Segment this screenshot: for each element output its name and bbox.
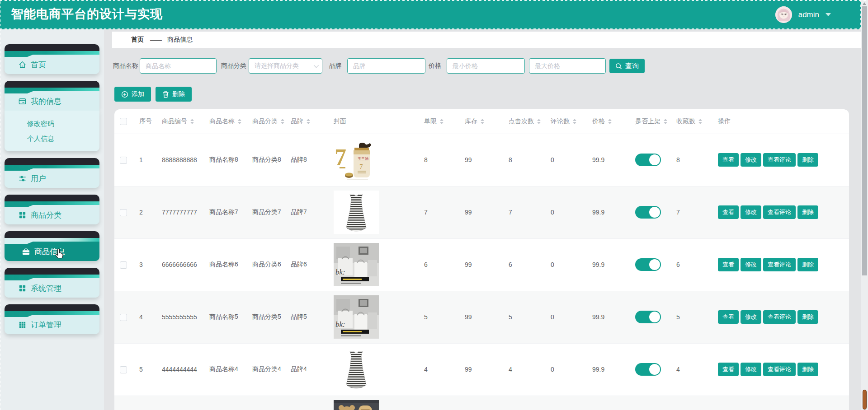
home-icon xyxy=(18,61,27,69)
column-header[interactable]: 商品名称 xyxy=(204,109,247,134)
user-dropdown-caret-icon[interactable] xyxy=(826,13,831,16)
row-checkbox[interactable] xyxy=(120,157,127,164)
row-action-edit[interactable]: 修改 xyxy=(741,153,761,167)
breadcrumb: 首页 —— 商品信息 xyxy=(112,32,861,48)
sidebar-item-order-management[interactable]: 订单管理 xyxy=(5,304,99,334)
sort-icon[interactable] xyxy=(190,119,194,124)
row-action-delete[interactable]: 删除 xyxy=(797,205,818,219)
row-action-view[interactable]: 查看 xyxy=(718,205,739,219)
sidebar-subitem-personal-info[interactable]: 个人信息 xyxy=(5,131,99,146)
scrollbar-up-arrow-icon[interactable] xyxy=(863,2,866,5)
sort-icon[interactable] xyxy=(440,119,443,124)
category-select[interactable]: 请选择商品分类 xyxy=(249,58,322,74)
on-shelf-toggle[interactable] xyxy=(635,363,661,376)
sidebar-item-home[interactable]: 首页 xyxy=(5,44,99,74)
row-checkbox[interactable] xyxy=(120,314,127,321)
product-name-input[interactable] xyxy=(140,58,217,74)
svg-text:7: 7 xyxy=(359,163,363,170)
column-header[interactable]: 品牌 xyxy=(285,109,328,134)
cell-index: 3 xyxy=(134,238,156,291)
row-action-edit[interactable]: 修改 xyxy=(741,363,761,376)
delete-button[interactable]: 删除 xyxy=(156,87,192,102)
column-header[interactable]: 商品编号 xyxy=(156,109,204,134)
column-header[interactable]: 收藏数 xyxy=(671,109,712,134)
on-shelf-toggle[interactable] xyxy=(635,258,661,271)
sort-icon[interactable] xyxy=(573,119,576,124)
vertical-scrollbar[interactable] xyxy=(861,0,868,410)
column-header[interactable]: 点击次数 xyxy=(503,109,545,134)
sort-icon[interactable] xyxy=(481,119,484,124)
sidebar-subitem-change-password[interactable]: 修改密码 xyxy=(5,116,99,131)
sort-icon[interactable] xyxy=(307,119,310,124)
row-action-view-comments[interactable]: 查看评论 xyxy=(763,363,796,376)
breadcrumb-home-link[interactable]: 首页 xyxy=(131,36,144,44)
card-top-bar xyxy=(5,81,99,88)
svg-text:玉兰油: 玉兰油 xyxy=(358,157,368,161)
sort-icon[interactable] xyxy=(664,119,667,124)
table-row: 6查看修改查看评论删除 xyxy=(114,396,849,410)
toggle-knob xyxy=(649,312,660,322)
cell-product-name xyxy=(204,396,247,410)
on-shelf-toggle[interactable] xyxy=(635,311,661,323)
sort-icon[interactable] xyxy=(238,119,241,124)
row-action-view[interactable]: 查看 xyxy=(718,258,739,271)
row-action-view-comments[interactable]: 查看评论 xyxy=(763,258,796,271)
product-cover-image xyxy=(334,191,379,234)
sort-icon[interactable] xyxy=(608,119,612,124)
sidebar-item-system-management[interactable]: 系统管理 xyxy=(5,268,99,298)
price-min-input[interactable] xyxy=(447,58,525,74)
column-header[interactable]: 商品分类 xyxy=(247,109,285,134)
cell-limit: 4 xyxy=(419,343,459,396)
sort-icon[interactable] xyxy=(281,119,284,124)
category-select-placeholder: 请选择商品分类 xyxy=(255,62,299,70)
row-action-delete[interactable]: 删除 xyxy=(797,363,818,376)
cell-product-code xyxy=(156,396,204,410)
select-all-checkbox[interactable] xyxy=(120,118,127,125)
row-checkbox[interactable] xyxy=(120,261,127,269)
search-button[interactable]: 查询 xyxy=(609,59,645,73)
row-action-view[interactable]: 查看 xyxy=(718,310,739,324)
svg-text:bk:: bk: xyxy=(335,268,345,276)
username[interactable]: admin xyxy=(798,10,819,19)
sidebar-item-label: 商品分类 xyxy=(31,210,61,220)
card-top-bar xyxy=(5,304,99,311)
row-action-delete[interactable]: 删除 xyxy=(797,153,818,167)
column-header[interactable]: 是否上架 xyxy=(630,109,671,134)
row-action-view-comments[interactable]: 查看评论 xyxy=(763,310,796,324)
sort-icon[interactable] xyxy=(698,119,702,124)
column-header: 封面 xyxy=(328,109,419,134)
price-max-input[interactable] xyxy=(529,58,606,74)
cell-index: 2 xyxy=(134,186,156,238)
row-action-view-comments[interactable]: 查看评论 xyxy=(763,205,796,219)
row-action-view-comments[interactable]: 查看评论 xyxy=(763,153,796,167)
sort-icon[interactable] xyxy=(537,119,541,124)
column-header[interactable]: 价格 xyxy=(587,109,630,134)
row-checkbox[interactable] xyxy=(120,366,127,373)
user-menu[interactable]: admin xyxy=(775,0,831,29)
sidebar-item-users[interactable]: 用户 xyxy=(5,158,99,188)
row-checkbox[interactable] xyxy=(120,209,127,216)
sidebar-item-product-info[interactable]: 商品信息 xyxy=(5,231,99,261)
on-shelf-toggle[interactable] xyxy=(635,206,661,219)
cell-price: 99.9 xyxy=(587,134,630,186)
row-action-view[interactable]: 查看 xyxy=(718,153,739,167)
row-action-edit[interactable]: 修改 xyxy=(741,258,761,271)
row-action-edit[interactable]: 修改 xyxy=(741,205,761,219)
card-top-bar xyxy=(5,158,99,165)
column-header[interactable]: 评论数 xyxy=(545,109,587,134)
on-shelf-toggle[interactable] xyxy=(635,154,661,166)
row-action-delete[interactable]: 删除 xyxy=(797,310,818,324)
add-button[interactable]: 添加 xyxy=(114,87,151,102)
row-action-view[interactable]: 查看 xyxy=(718,363,739,376)
scrollbar-thumb[interactable] xyxy=(862,6,867,275)
sidebar-item-my-info[interactable]: 我的信息 xyxy=(5,81,99,111)
briefcase-icon xyxy=(22,247,30,256)
row-action-edit[interactable]: 修改 xyxy=(741,310,761,324)
column-header[interactable]: 库存 xyxy=(459,109,503,134)
row-action-delete[interactable]: 删除 xyxy=(797,258,818,271)
column-header[interactable]: 单限 xyxy=(419,109,459,134)
sidebar-item-product-category[interactable]: 商品分类 xyxy=(5,195,99,224)
brand-input[interactable] xyxy=(347,58,425,74)
cell-clicks: 8 xyxy=(503,134,545,186)
product-cover-image: 7玉兰油7 xyxy=(334,138,379,182)
